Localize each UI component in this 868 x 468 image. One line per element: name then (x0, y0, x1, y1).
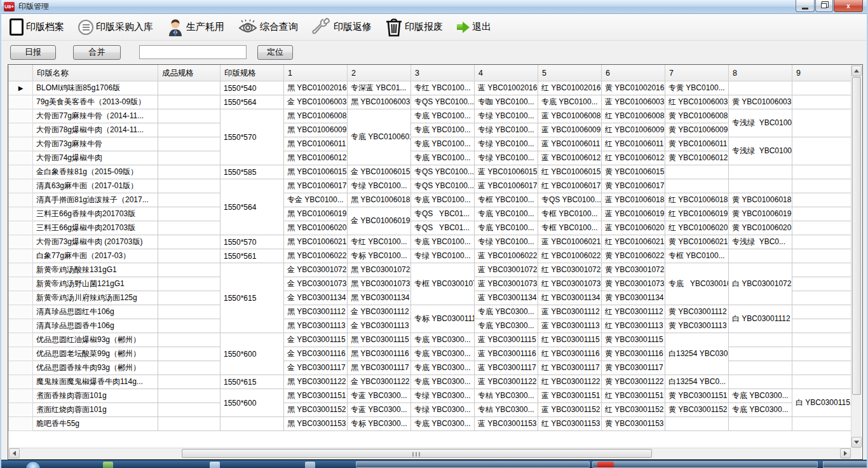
merge-button[interactable]: 合并 (73, 45, 121, 60)
grid-cell[interactable]: 红 YBC01006018 (665, 193, 729, 207)
grid-cell[interactable] (158, 81, 220, 95)
grid-cell[interactable]: 专蓝 YBC0300... (348, 389, 411, 403)
grid-cell[interactable] (792, 333, 852, 347)
grid-cell[interactable]: 黑 YBC03001072 (348, 263, 411, 277)
grid-cell[interactable]: 专标 YBC0300... (348, 417, 411, 431)
row-selector-cell[interactable] (9, 193, 33, 207)
grid-cell[interactable]: 三料王66g香辣牛肉201703版 (33, 207, 158, 221)
grid-cell[interactable]: 专底 YBC0100... (411, 109, 475, 123)
grid-cell[interactable]: 专底 YBC0300... (411, 347, 475, 361)
grid-cell[interactable] (792, 95, 852, 109)
grid-cell[interactable]: 大骨面74g爆椒牛肉 (33, 151, 158, 165)
grid-cell[interactable]: 蓝 YBC01006012 (538, 151, 602, 165)
grid-cell[interactable] (665, 417, 729, 431)
grid-cell[interactable] (158, 305, 220, 319)
grid-cell[interactable] (158, 361, 220, 375)
grid-cell[interactable] (158, 151, 220, 165)
daily-report-button[interactable]: 日报 (10, 45, 56, 60)
grid-cell[interactable]: 蓝 YBC03001152 (538, 403, 602, 417)
grid-cell[interactable]: 红 YBC01006008 (602, 109, 665, 123)
row-selector-cell[interactable] (9, 235, 33, 249)
grid-cell[interactable] (792, 81, 852, 95)
grid-cell[interactable] (158, 235, 220, 249)
grid-cell[interactable]: 黄 YBC03001113 (665, 319, 729, 333)
grid-cell[interactable]: 蓝 YBC03001153 (475, 417, 538, 431)
grid-cell[interactable]: 黑 YBC03001116 (348, 347, 411, 361)
grid-cell[interactable]: 蓝 YBC01006020 (602, 221, 665, 235)
grid-cell[interactable]: 专QS YBC0100... (411, 165, 475, 179)
row-selector-cell[interactable] (9, 95, 33, 109)
grid-cell[interactable]: 黑 YBC01006018 (348, 193, 411, 207)
grid-cell[interactable]: 专绿 YBC0300... (411, 403, 475, 417)
taskbar-right-section[interactable] (823, 461, 867, 468)
grid-cell[interactable]: 金 YBC03001117 (284, 361, 348, 375)
grid-cell[interactable]: 黑 YBC03001073 (348, 277, 411, 291)
row-selector-cell[interactable] (9, 319, 33, 333)
grid-cell[interactable]: 黄 YBC03001117 (602, 361, 665, 375)
grid-cell[interactable]: 专底 YBC0100... (411, 235, 475, 249)
grid-cell[interactable]: 专绿 YBC0100... (348, 179, 411, 193)
row-selector-header[interactable] (9, 65, 33, 81)
grid-cell[interactable]: 金 YBC03001115 (284, 333, 348, 347)
grid-cell[interactable] (792, 319, 852, 333)
taskbar-tray-icon-2[interactable] (210, 462, 220, 468)
grid-cell[interactable] (220, 417, 284, 431)
locate-button[interactable]: 定位 (257, 45, 293, 60)
vertical-scroll-thumb[interactable] (852, 77, 861, 395)
grid-cell[interactable]: 黄 YBC01006008 (665, 109, 729, 123)
row-selector-cell[interactable] (9, 207, 33, 221)
grid-cell[interactable]: 红 YBC01006022 (538, 249, 602, 263)
row-selector-cell[interactable] (9, 151, 33, 165)
grid-cell[interactable]: 大骨面78g爆椒牛肉（2014-11... (33, 123, 158, 137)
grid-cell[interactable]: 黄 YBC01002016 (602, 81, 665, 95)
grid-cell[interactable]: 蓝 YBC01006009 (538, 123, 602, 137)
grid-cell[interactable] (158, 123, 220, 137)
row-selector-cell[interactable] (9, 389, 33, 403)
column-header[interactable]: 5 (538, 65, 602, 81)
taskbar-tray-icon-1[interactable] (103, 462, 113, 468)
grid-cell[interactable]: 蓝 YBC01006022 (475, 249, 538, 263)
column-header[interactable]: 7 (665, 65, 729, 81)
grid-cell[interactable]: 煮面红烧肉蓉面101g (33, 403, 158, 417)
grid-cell[interactable]: 蓝 YBC03001134 (475, 291, 538, 305)
locate-input[interactable] (139, 45, 247, 59)
grid-cell[interactable]: 专底 YBC0300... (729, 389, 792, 403)
grid-cell[interactable]: 专红 YBC0100... (348, 235, 411, 249)
grid-cell[interactable]: 红 YBC01006017 (538, 179, 602, 193)
grid-cell[interactable] (158, 347, 220, 361)
grid-cell[interactable]: 金 YBC03001134 (284, 291, 348, 305)
grid-cell[interactable] (158, 137, 220, 151)
grid-cell[interactable]: 专底 YBC030010 (665, 263, 729, 305)
grid-cell[interactable]: 红 YBC03001117 (538, 361, 602, 375)
grid-cell[interactable]: 白 YBC03001112 (729, 305, 792, 333)
grid-cell[interactable] (158, 193, 220, 207)
grid-cell[interactable] (792, 347, 852, 361)
grid-cell[interactable] (158, 95, 220, 109)
grid-cell[interactable]: 专框 YBC0100... (475, 193, 538, 207)
grid-cell[interactable]: 黄 YBC01006022 (602, 249, 665, 263)
grid-cell[interactable]: 专QS YBC0100... (411, 179, 475, 193)
grid-cell[interactable]: 1550*570 (220, 109, 284, 165)
grid-cell[interactable]: 魔鬼辣面魔鬼椒爆香牛肉114g... (33, 375, 158, 389)
grid-cell[interactable]: 红 YBC01006012 (602, 151, 665, 165)
toolbar-item-repair[interactable]: 印版返修 (312, 18, 372, 37)
grid-cell[interactable] (792, 291, 852, 305)
grid-cell[interactable]: 新黄帝鸡汤川府辣鸡汤面125g (33, 291, 158, 305)
grid-cell[interactable]: 蓝 YBC01006021 (538, 235, 602, 249)
grid-cell[interactable]: 红 YBC03001113 (602, 319, 665, 333)
grid-cell[interactable]: 专框 YBC0100... (538, 207, 602, 221)
grid-cell[interactable] (158, 207, 220, 221)
grid-cell[interactable]: 专QS YBC0100... (538, 193, 602, 207)
grid-cell[interactable]: 煮面香辣肉蓉面101g (33, 389, 158, 403)
grid-cell[interactable]: 蓝 YBC03001112 (538, 305, 602, 319)
grid-cell[interactable]: 专绿 YBC0100... (475, 109, 538, 123)
row-selector-cell[interactable] (9, 277, 33, 291)
grid-cell[interactable]: 黑 YBC03001134 (348, 291, 411, 305)
grid-cell[interactable] (158, 291, 220, 305)
grid-cell[interactable] (792, 193, 852, 207)
grid-cell[interactable]: 专框 YBC03001072 (411, 263, 475, 305)
grid-cell[interactable]: 清真珍品思圆香牛106g (33, 319, 158, 333)
grid-cell[interactable] (792, 165, 852, 179)
minimize-button[interactable] (796, 0, 815, 12)
grid-cell[interactable]: 白 YBC03001072 (729, 263, 792, 305)
